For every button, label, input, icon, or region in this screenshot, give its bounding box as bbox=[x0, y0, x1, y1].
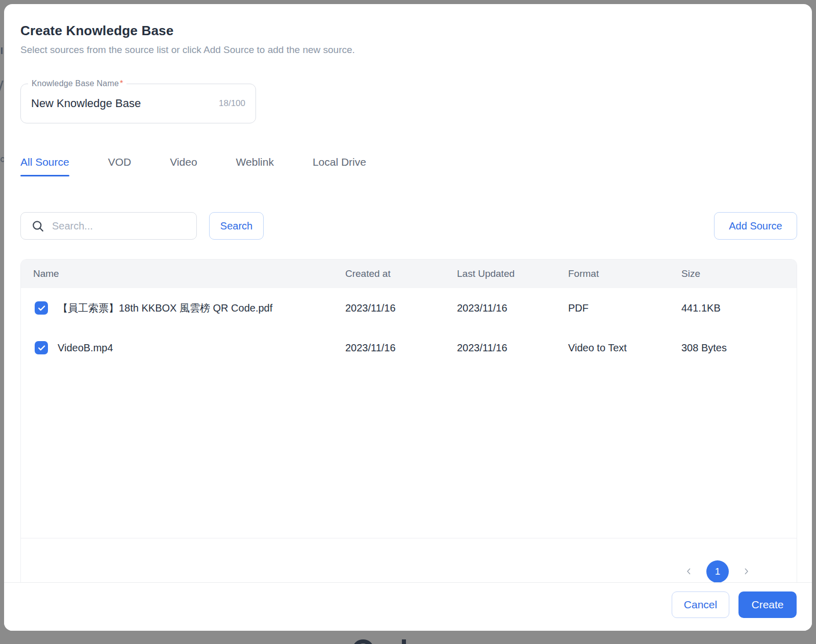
table-empty-area bbox=[21, 368, 797, 538]
format-cell: PDF bbox=[568, 302, 681, 314]
table-header-row: Name Created at Last Updated Format Size bbox=[21, 260, 797, 288]
column-header-last-updated: Last Updated bbox=[457, 268, 568, 279]
tab-video[interactable]: Video bbox=[170, 156, 197, 176]
search-button[interactable]: Search bbox=[209, 212, 264, 240]
background-page-fragment bbox=[353, 639, 373, 644]
tab-vod[interactable]: VOD bbox=[108, 156, 132, 176]
knowledge-base-name-label-text: Knowledge Base Name bbox=[32, 79, 119, 88]
tab-weblink[interactable]: Weblink bbox=[236, 156, 274, 176]
size-cell: 308 Bytes bbox=[681, 342, 797, 354]
knowledge-base-name-label: Knowledge Base Name* bbox=[28, 79, 126, 88]
required-asterisk: * bbox=[120, 79, 123, 88]
background-page-fragment bbox=[1, 47, 3, 54]
create-knowledge-base-dialog: Create Knowledge Base Select sources fro… bbox=[4, 4, 812, 631]
previous-page-icon[interactable] bbox=[684, 567, 693, 576]
row-checkbox-checked[interactable] bbox=[35, 341, 48, 354]
size-cell: 441.1KB bbox=[681, 302, 797, 314]
created-at-cell: 2023/11/16 bbox=[345, 342, 457, 354]
source-file-name: 【員工索票】18th KKBOX 風雲榜 QR Code.pdf bbox=[58, 301, 272, 315]
search-input[interactable] bbox=[52, 220, 188, 232]
pagination: 1 bbox=[21, 538, 797, 582]
background-page-fragment bbox=[402, 639, 406, 644]
knowledge-base-name-field[interactable]: Knowledge Base Name* 18/100 bbox=[20, 84, 256, 123]
search-icon bbox=[31, 219, 45, 233]
knowledge-base-name-input[interactable] bbox=[31, 97, 219, 110]
dialog-title: Create Knowledge Base bbox=[20, 22, 797, 39]
source-table: Name Created at Last Updated Format Size… bbox=[20, 259, 797, 582]
row-checkbox-checked[interactable] bbox=[35, 301, 48, 315]
last-updated-cell: 2023/11/16 bbox=[457, 342, 568, 354]
table-row[interactable]: VideoB.mp4 2023/11/16 2023/11/16 Video t… bbox=[21, 328, 797, 368]
last-updated-cell: 2023/11/16 bbox=[457, 302, 568, 314]
column-header-name: Name bbox=[21, 268, 345, 279]
dialog-body: Create Knowledge Base Select sources fro… bbox=[4, 4, 812, 582]
create-button[interactable]: Create bbox=[738, 591, 797, 618]
tab-local-drive[interactable]: Local Drive bbox=[313, 156, 366, 176]
dialog-footer: Cancel Create bbox=[4, 582, 812, 631]
column-header-created-at: Created at bbox=[345, 268, 457, 279]
tab-all-source[interactable]: All Source bbox=[20, 156, 69, 176]
source-name-cell: VideoB.mp4 bbox=[21, 341, 345, 354]
source-file-name: VideoB.mp4 bbox=[58, 342, 113, 354]
source-name-cell: 【員工索票】18th KKBOX 風雲榜 QR Code.pdf bbox=[21, 301, 345, 315]
toolbar: Search Add Source bbox=[20, 212, 797, 240]
dialog-subtitle: Select sources from the source list or c… bbox=[20, 44, 797, 56]
cancel-button[interactable]: Cancel bbox=[672, 591, 729, 618]
next-page-icon[interactable] bbox=[742, 567, 751, 576]
search-box[interactable] bbox=[20, 212, 197, 240]
table-row[interactable]: 【員工索票】18th KKBOX 風雲榜 QR Code.pdf 2023/11… bbox=[21, 288, 797, 328]
format-cell: Video to Text bbox=[568, 342, 681, 354]
background-page-fragment bbox=[353, 638, 419, 644]
column-header-format: Format bbox=[568, 268, 681, 279]
created-at-cell: 2023/11/16 bbox=[345, 302, 457, 314]
character-counter: 18/100 bbox=[219, 98, 245, 109]
page-number-button[interactable]: 1 bbox=[706, 560, 729, 583]
add-source-button[interactable]: Add Source bbox=[714, 212, 797, 240]
source-tabs: All Source VOD Video Weblink Local Drive bbox=[20, 156, 797, 176]
column-header-size: Size bbox=[681, 268, 797, 279]
